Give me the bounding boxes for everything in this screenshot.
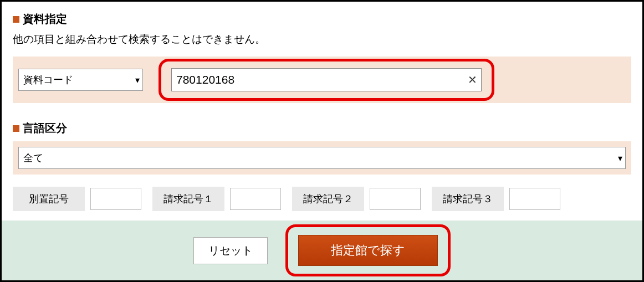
material-note: 他の項目と組み合わせて検索することはできません。 [13, 32, 631, 47]
material-code-input-highlight: ✕ [159, 59, 494, 101]
language-heading-text: 言語区分 [23, 121, 67, 136]
call-number-3-input[interactable] [509, 188, 560, 210]
language-select-row: 全て ▾ [13, 141, 631, 175]
call-number-1-label: 請求記号１ [152, 187, 224, 211]
button-bar: リセット 指定館で探す [2, 221, 642, 280]
material-code-select-wrap: 資料コード ▾ [18, 69, 143, 91]
language-select[interactable]: 全て [18, 147, 626, 169]
call-number-2-input[interactable] [370, 188, 421, 210]
call-group-3: 請求記号３ [432, 187, 560, 211]
call-group-0: 別置記号 [13, 187, 141, 211]
material-heading-text: 資料指定 [23, 12, 67, 27]
material-input-row: 資料コード ▾ ✕ [13, 57, 631, 103]
clear-input-icon[interactable]: ✕ [463, 73, 481, 86]
call-group-1: 請求記号１ [152, 187, 281, 211]
separate-symbol-input[interactable] [90, 188, 141, 210]
heading-bullet-icon [13, 125, 19, 132]
material-section-heading: 資料指定 [13, 12, 631, 27]
material-code-input-wrap: ✕ [171, 68, 482, 91]
call-group-2: 請求記号２ [292, 187, 421, 211]
search-button-highlight: 指定館で探す [285, 224, 451, 276]
language-select-wrap: 全て ▾ [18, 147, 626, 169]
call-number-1-input[interactable] [230, 188, 281, 210]
reset-button[interactable]: リセット [193, 237, 268, 264]
call-number-2-label: 請求記号２ [292, 187, 364, 211]
search-button[interactable]: 指定館で探す [298, 235, 438, 266]
material-code-input[interactable] [172, 69, 463, 91]
separate-symbol-label: 別置記号 [13, 187, 85, 211]
material-code-select[interactable]: 資料コード [18, 69, 143, 91]
call-number-3-label: 請求記号３ [432, 187, 504, 211]
language-section-heading: 言語区分 [13, 121, 631, 136]
heading-bullet-icon [13, 16, 19, 23]
call-number-row: 別置記号 請求記号１ 請求記号２ 請求記号３ [13, 187, 631, 211]
